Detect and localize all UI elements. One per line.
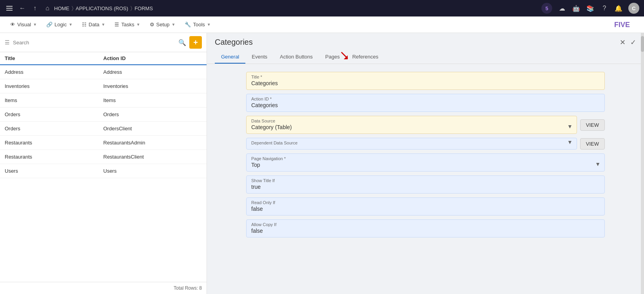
field-allow-copy: Allow Copy If false [246, 219, 605, 237]
close-button[interactable]: ✕ [620, 38, 626, 47]
form-content: Title * Categories Action ID * Categorie… [207, 64, 644, 294]
field-read-only-value[interactable]: false [251, 206, 600, 212]
five-logo-icon: 5 [541, 3, 552, 14]
dependent-source-view-button[interactable]: VIEW [580, 138, 605, 150]
back-icon[interactable]: ← [18, 4, 27, 13]
table-row[interactable]: Restaurants RestaurantsAdmin [0, 136, 207, 150]
row-action-id: Inventories [103, 83, 202, 89]
field-action-id-label: Action ID * [251, 97, 600, 101]
tab-references[interactable]: References [346, 51, 385, 64]
field-title-label: Title * [251, 75, 600, 79]
field-data-source-row: Data Source Category (Table) ▼ VIEW [246, 116, 605, 134]
chevron-down-icon: ▼ [207, 22, 211, 27]
home-icon[interactable]: ⌂ [43, 4, 52, 13]
field-data-source-value: Category (Table) [251, 124, 572, 130]
chevron-down-icon: ▼ [33, 22, 37, 27]
row-title: Address [5, 69, 103, 75]
row-title: Items [5, 97, 103, 103]
row-title: Orders [5, 111, 103, 117]
panel-actions: ✕ ✓ [620, 38, 636, 47]
five-logo-right: FIVE [614, 20, 638, 29]
row-title: Users [5, 168, 103, 174]
menu-icon[interactable] [5, 4, 14, 12]
chevron-down-icon: ▼ [69, 22, 73, 27]
add-button[interactable]: + [189, 36, 202, 49]
field-data-source[interactable]: Data Source Category (Table) ▼ [246, 116, 577, 134]
nav-tasks[interactable]: ☰ Tasks ▼ [111, 20, 144, 29]
table-footer: Total Rows: 8 [0, 282, 207, 294]
help-icon[interactable]: ? [600, 4, 609, 13]
right-panel-header: Categories ✕ ✓ [207, 33, 644, 47]
main-layout: ☰ 🔍 + Title Action ID Address Address In… [0, 33, 644, 294]
notification-icon[interactable]: 🔔 [614, 4, 623, 13]
books-icon[interactable]: 📚 [586, 4, 595, 13]
search-input[interactable] [13, 40, 175, 46]
field-read-only: Read Only If false [246, 197, 605, 215]
robot-icon[interactable]: 🤖 [572, 4, 581, 13]
table-row[interactable]: Inventories Inventories [0, 79, 207, 93]
nav-setup[interactable]: ⚙ Setup ▼ [146, 20, 180, 29]
table-row[interactable]: Restaurants RestaurantsClient [0, 150, 207, 164]
topbar: ← ↑ ⌂ HOME 〉 APPLICATIONS (ROS) 〉 FORMS … [0, 0, 644, 16]
field-show-title: Show Title If true [246, 175, 605, 194]
field-show-title-value[interactable]: true [251, 184, 600, 190]
table-row[interactable]: Users Users [0, 164, 207, 178]
field-dependent-source-label: Dependent Data Source [251, 141, 572, 145]
secondbar: 👁 Visual ▼ 🔗 Logic ▼ ☷ Data ▼ ☰ Tasks ▼ … [0, 16, 644, 33]
search-icon[interactable]: 🔍 [178, 39, 186, 46]
row-action-id: OrdersClient [103, 126, 202, 131]
tab-action-buttons[interactable]: Action Buttons [274, 51, 319, 64]
table-row[interactable]: Items Items [0, 93, 207, 108]
nav-visual[interactable]: 👁 Visual ▼ [6, 20, 41, 29]
field-title: Title * Categories [246, 72, 605, 90]
table-rows: Address Address Inventories Inventories … [0, 65, 207, 282]
row-action-id: Address [103, 69, 202, 75]
chevron-down-icon: ▼ [102, 22, 105, 27]
field-action-id-value[interactable]: Categories [251, 102, 600, 108]
up-icon[interactable]: ↑ [31, 4, 39, 13]
table-icon: ☷ [82, 22, 87, 27]
row-action-id: Items [103, 97, 202, 103]
table-row[interactable]: Orders OrdersClient [0, 122, 207, 136]
field-title-value[interactable]: Categories [251, 80, 600, 86]
confirm-button[interactable]: ✓ [630, 38, 636, 47]
field-page-nav-value: Top [251, 162, 600, 168]
svg-text:5: 5 [545, 5, 548, 11]
eye-icon: 👁 [10, 22, 15, 27]
field-allow-copy-label: Allow Copy If [251, 222, 600, 227]
nav-tools[interactable]: 🔧 Tools ▼ [181, 20, 214, 29]
field-page-navigation[interactable]: Page Navigation * Top ▼ [246, 153, 605, 172]
field-action-id: Action ID * Categories [246, 94, 605, 112]
nav-data[interactable]: ☷ Data ▼ [78, 20, 109, 29]
table-header: Title Action ID [0, 52, 207, 65]
data-source-view-button[interactable]: VIEW [580, 119, 605, 131]
table-row[interactable]: Orders Orders [0, 108, 207, 122]
scrollbar-thumb[interactable] [641, 36, 644, 52]
dropdown-arrow-icon: ▼ [567, 123, 573, 130]
row-action-id: Orders [103, 111, 202, 117]
five-logo: 5 [541, 3, 552, 14]
field-show-title-label: Show Title If [251, 178, 600, 183]
row-title: Inventories [5, 83, 103, 89]
table-row[interactable]: Address Address [0, 65, 207, 79]
nav-logic[interactable]: 🔗 Logic ▼ [42, 20, 76, 29]
field-data-source-label: Data Source [251, 119, 572, 123]
avatar[interactable]: C [628, 3, 639, 14]
row-title: Restaurants [5, 140, 103, 146]
row-title: Orders [5, 126, 103, 131]
row-action-id: Users [103, 168, 202, 174]
five-brand-logo: FIVE [614, 20, 638, 29]
chevron-down-icon: ▼ [172, 22, 176, 27]
tab-general[interactable]: General [215, 51, 245, 64]
row-title: Restaurants [5, 154, 103, 160]
scrollbar[interactable] [641, 33, 644, 294]
field-page-nav-label: Page Navigation * [251, 156, 600, 161]
cloud-icon[interactable]: ☁ [558, 4, 566, 13]
tab-pages[interactable]: Pages [319, 51, 346, 64]
logic-icon: 🔗 [46, 22, 53, 27]
tab-events[interactable]: Events [245, 51, 274, 64]
tasks-icon: ☰ [114, 22, 119, 27]
left-panel: ☰ 🔍 + Title Action ID Address Address In… [0, 33, 207, 294]
field-dependent-data-source[interactable]: Dependent Data Source ▼ [246, 138, 577, 150]
field-allow-copy-value[interactable]: false [251, 228, 600, 234]
